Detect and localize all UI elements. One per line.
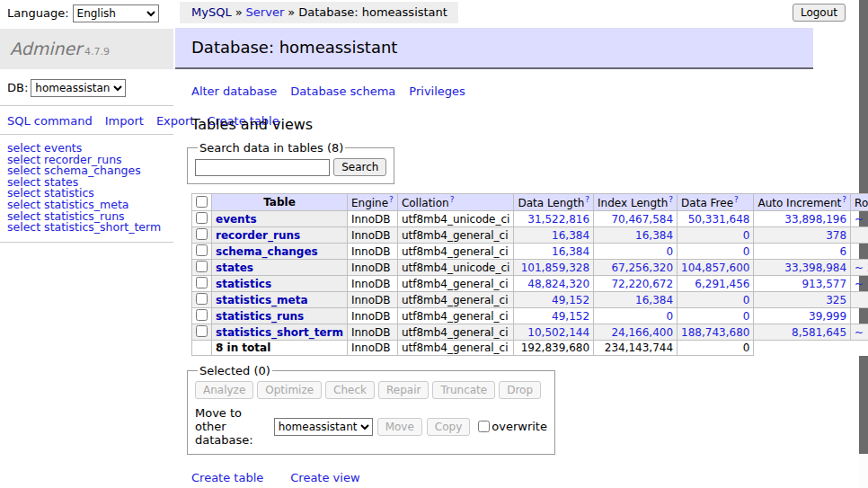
copy-button[interactable]: Copy (427, 418, 470, 436)
create-view-link[interactable]: Create view (290, 471, 359, 484)
row-checkbox[interactable] (196, 261, 208, 272)
cell-data_length: 10,502,144 (514, 324, 594, 341)
row-checkbox[interactable] (196, 228, 208, 240)
row-checkbox[interactable] (196, 325, 208, 337)
value-link[interactable]: 24,166,400 (611, 326, 673, 339)
column-help-link[interactable]: ? (389, 195, 394, 204)
truncate-button[interactable]: Truncate (432, 381, 495, 399)
search-button[interactable]: Search (333, 158, 386, 176)
database-schema-link[interactable]: Database schema (290, 84, 395, 98)
value-link[interactable]: 0 (666, 245, 673, 258)
alter-database-link[interactable]: Alter database (191, 84, 277, 98)
table-name-link[interactable]: statistics (216, 278, 271, 290)
value-link[interactable]: 188,743,680 (681, 326, 749, 339)
value-link[interactable]: 8,581,645 (792, 326, 846, 339)
table-name-link[interactable]: statistics_runs (216, 310, 304, 323)
table-name-link[interactable]: schema_changes (216, 245, 318, 258)
value-link[interactable]: 0 (743, 294, 750, 306)
move-database-select[interactable]: homeassistant (274, 418, 373, 436)
adminer-logo[interactable]: Adminer4.7.9 (0, 29, 173, 69)
table-name-link[interactable]: states (216, 262, 253, 274)
table-name-link[interactable]: statistics_short_term (216, 326, 343, 339)
value-link[interactable]: 49,152 (552, 294, 589, 306)
move-button[interactable]: Move (377, 418, 422, 436)
cell-engine: InnoDB (347, 276, 397, 292)
row-checkbox[interactable] (196, 293, 208, 305)
column-help-link[interactable]: ? (842, 195, 846, 204)
value-link[interactable]: 101,859,328 (521, 262, 589, 274)
row-checkbox[interactable] (196, 309, 208, 321)
table-name-link[interactable]: statistics_meta (216, 294, 308, 306)
value-link[interactable]: 325 (826, 294, 846, 306)
sidebar-item-import[interactable]: Import (105, 114, 144, 128)
table-header-row: TableEngine?Collation?Data Length?Index … (192, 194, 868, 211)
value-link[interactable]: 31,522,816 (527, 213, 589, 226)
cell-data_free: 50,331,648 (678, 211, 754, 227)
value-link[interactable]: 50,331,648 (688, 213, 750, 226)
table-name-link[interactable]: recorder_runs (216, 229, 300, 242)
value-link[interactable]: 0 (666, 310, 673, 323)
column-help-link[interactable]: ? (450, 195, 455, 204)
table-row: statistics_metaInnoDButf8mb4_general_ci4… (192, 292, 868, 308)
db-select[interactable]: homeassistant (31, 79, 126, 97)
language-select[interactable]: English (73, 4, 159, 22)
check-button[interactable]: Check (325, 381, 375, 399)
value-link[interactable]: 6 (839, 245, 846, 258)
cell-data_length: 16,384 (514, 227, 594, 244)
value-link[interactable]: 48,824,320 (527, 278, 589, 290)
cell-index_length: 16,384 (594, 227, 678, 244)
value-link[interactable]: 67,256,320 (611, 262, 673, 274)
repair-button[interactable]: Repair (378, 381, 429, 399)
optimize-button[interactable]: Optimize (257, 381, 322, 399)
value-link[interactable]: 0 (743, 229, 750, 242)
value-link[interactable]: 16,384 (552, 229, 589, 242)
row-checkbox[interactable] (196, 212, 208, 224)
value-link[interactable]: 0 (743, 245, 750, 258)
table-name-cell: statistics_meta (212, 292, 348, 308)
value-link[interactable]: 6,291,456 (695, 278, 749, 290)
value-link[interactable]: ~ 312,180 (855, 213, 868, 226)
column-help-link[interactable]: ? (734, 195, 739, 204)
value-link[interactable]: 913,577 (802, 278, 846, 290)
value-link[interactable]: ~ 136,108 (855, 326, 868, 339)
breadcrumb-server-link[interactable]: Server (246, 5, 285, 19)
column-header-label: Rows (855, 197, 868, 209)
empty-cell (754, 341, 851, 356)
column-help-link[interactable]: ? (585, 195, 589, 204)
value-link[interactable]: 33,898,196 (784, 213, 846, 226)
value-link[interactable]: 33,398,984 (784, 262, 846, 274)
overwrite-checkbox[interactable] (478, 421, 490, 432)
value-link[interactable]: 70,467,584 (611, 213, 673, 226)
drop-button[interactable]: Drop (499, 381, 541, 399)
cell-auto_increment: 33,398,984 (754, 260, 851, 276)
total-index_length-cell: 234,143,744 (594, 341, 678, 356)
select-all-checkbox[interactable] (196, 196, 208, 208)
value-link[interactable]: 72,220,672 (611, 278, 673, 290)
search-input[interactable] (195, 159, 330, 176)
cell-index_length: 67,256,320 (594, 260, 678, 276)
value-link[interactable]: 49,152 (552, 310, 589, 323)
value-link[interactable]: ~ 569,159 (855, 278, 868, 290)
privileges-link[interactable]: Privileges (409, 84, 465, 98)
breadcrumb-mysql-link[interactable]: MySQL (191, 5, 232, 19)
value-link[interactable]: 16,384 (552, 245, 589, 258)
create-table-link[interactable]: Create table (191, 471, 263, 484)
row-checkbox[interactable] (196, 244, 208, 256)
value-link[interactable]: 16,384 (635, 294, 673, 306)
move-label: Move to other database: (195, 406, 270, 447)
value-link[interactable]: 16,384 (635, 229, 673, 242)
value-link[interactable]: 104,857,600 (681, 262, 749, 274)
table-name-link[interactable]: events (216, 213, 257, 226)
row-checkbox[interactable] (196, 277, 208, 288)
sidebar-item-sql-command[interactable]: SQL command (7, 114, 93, 128)
value-link[interactable]: 10,502,144 (527, 326, 589, 339)
value-link[interactable]: ~ 299,833 (855, 262, 868, 274)
sidebar-item-select-table[interactable]: select statistics_short_term (7, 222, 173, 234)
table-total-row: 8 in totalInnoDButf8mb4_general_ci192,83… (192, 341, 868, 356)
column-help-link[interactable]: ? (669, 195, 673, 204)
analyze-button[interactable]: Analyze (195, 381, 253, 399)
value-link[interactable]: 0 (743, 310, 750, 323)
value-link[interactable]: 39,999 (809, 310, 846, 323)
value-link[interactable]: 378 (826, 229, 846, 242)
cell-index_length: 70,467,584 (594, 211, 678, 227)
